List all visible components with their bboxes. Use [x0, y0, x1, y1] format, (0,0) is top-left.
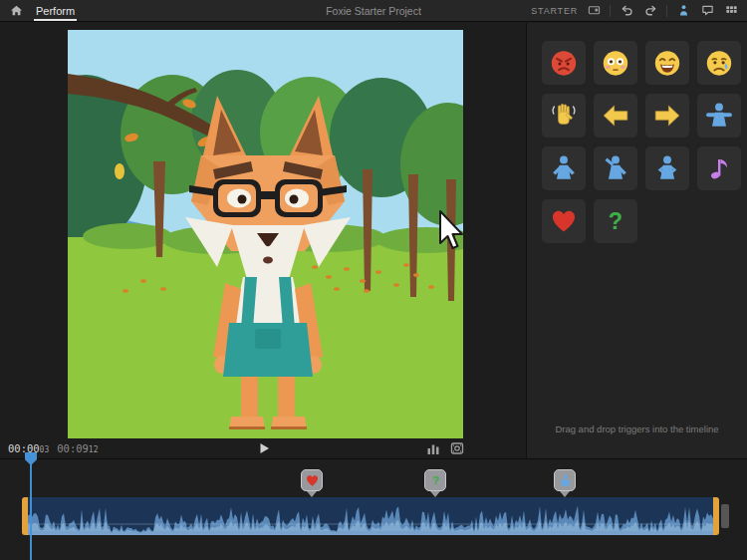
- trigger-sad-face[interactable]: [697, 41, 741, 85]
- triggers-panel: ? Drag and drop triggers into the timeli…: [526, 23, 747, 458]
- timeline-marker-heart[interactable]: [301, 469, 323, 497]
- scene-canvas[interactable]: [68, 30, 463, 438]
- undo-icon[interactable]: [619, 3, 634, 19]
- trigger-person-pose-a[interactable]: [542, 146, 586, 190]
- marker-person-pose-a-icon: [554, 469, 576, 491]
- trigger-person-pose-b[interactable]: [594, 146, 637, 190]
- divider: [610, 5, 611, 17]
- timecode: 00:000300:0912: [8, 442, 107, 454]
- trigger-arrow-left[interactable]: [594, 94, 637, 138]
- svg-text:?: ?: [609, 208, 622, 234]
- marker-pointer: [430, 491, 440, 497]
- topbar-left: Perform: [8, 0, 77, 21]
- total-time: 00:09: [57, 442, 89, 454]
- marker-question-icon: ?: [424, 469, 446, 491]
- current-frames: 03: [40, 445, 50, 454]
- stage-artwork: [68, 30, 463, 438]
- playhead-handle[interactable]: [25, 452, 37, 465]
- trigger-angry-face[interactable]: [542, 41, 586, 85]
- trigger-arrow-right[interactable]: [645, 94, 689, 138]
- trigger-grid: ?: [542, 41, 741, 243]
- track-end-tab[interactable]: [721, 504, 729, 528]
- marker-pointer: [560, 491, 570, 497]
- transport-bar: 00:000300:0912: [0, 438, 526, 458]
- trigger-person-pose-c[interactable]: [645, 146, 689, 190]
- timeline-marker-question[interactable]: ?: [424, 469, 446, 497]
- trigger-laughing-face[interactable]: [645, 41, 689, 85]
- stage-area: 00:000300:0912: [0, 23, 526, 458]
- trigger-heart[interactable]: [542, 199, 586, 243]
- timeline-track[interactable]: [22, 497, 719, 535]
- total-frames: 12: [89, 445, 99, 454]
- topbar-right: STARTER: [531, 0, 739, 21]
- starter-badge: STARTER: [531, 6, 578, 16]
- play-button[interactable]: [255, 439, 273, 457]
- trigger-wave-hand[interactable]: [542, 94, 586, 138]
- character-animator-window: Perform Foxie Starter Project STARTER: [0, 0, 747, 560]
- divider: [666, 5, 667, 17]
- trigger-flushed-face[interactable]: [594, 41, 637, 85]
- audio-waveform: [28, 497, 713, 535]
- marker-pointer: [307, 491, 317, 497]
- clip-handle-right[interactable]: [713, 497, 719, 535]
- audio-levels-icon[interactable]: [426, 441, 440, 459]
- marker-heart-icon: [301, 469, 323, 491]
- playhead-line: [30, 464, 32, 560]
- trigger-question[interactable]: ?: [594, 199, 637, 243]
- puppet-track-icon[interactable]: [675, 3, 691, 19]
- chat-icon[interactable]: [699, 3, 715, 19]
- timeline: ?: [0, 458, 747, 560]
- home-icon[interactable]: [8, 3, 24, 19]
- trigger-person-arms-out[interactable]: [697, 94, 741, 138]
- grid-icon[interactable]: [723, 3, 739, 19]
- redo-icon[interactable]: [642, 3, 658, 19]
- scene-settings-icon[interactable]: [450, 441, 464, 459]
- screen-layout-icon[interactable]: [586, 3, 602, 19]
- trigger-music-note[interactable]: [697, 146, 741, 190]
- svg-text:?: ?: [431, 473, 438, 486]
- tab-perform[interactable]: Perform: [34, 0, 77, 21]
- topbar: Perform Foxie Starter Project STARTER: [0, 0, 747, 22]
- triggers-hint: Drag and drop triggers into the timeline: [527, 423, 747, 434]
- timeline-marker-person-pose-a[interactable]: [554, 469, 576, 497]
